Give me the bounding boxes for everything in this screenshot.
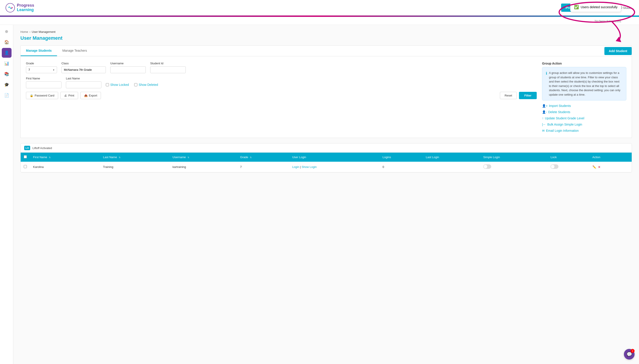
cell-simple-login	[480, 162, 547, 172]
chat-widget[interactable]: 💬 2	[624, 349, 634, 360]
breadcrumb-separator: ›	[30, 30, 30, 34]
sidebar-item-book[interactable]: 📚	[2, 69, 12, 79]
password-card-icon: 🔒	[30, 94, 33, 97]
last-name-filter-group: Last Name	[66, 77, 102, 88]
breadcrumb-current: User Management	[32, 30, 56, 34]
logo-progress-text: Progress	[17, 3, 34, 8]
class-label: Class	[62, 62, 106, 65]
password-card-button[interactable]: 🔒 Password Card	[26, 92, 58, 99]
sub-header: TX Demo School 2351	[0, 17, 639, 25]
cell-lock	[547, 162, 589, 172]
col-lock: Lock	[547, 152, 589, 162]
group-action-title: Group Action	[542, 62, 626, 65]
sidebar-item-plus[interactable]: ⊕	[2, 26, 12, 36]
group-action-box: ℹ A group action will allow you to custo…	[542, 67, 626, 100]
cell-last-login	[423, 162, 480, 172]
students-table: First Name ⇅ Last Name ⇅ Username ⇅ Grad…	[21, 152, 632, 172]
table-section: LO Liftoff Activated First Name ⇅ Last N…	[20, 143, 632, 172]
username-input[interactable]	[110, 66, 146, 73]
class-filter-group: Class	[62, 62, 106, 73]
sidebar-item-home[interactable]: 🏠	[2, 37, 12, 47]
col-last-login: Last Login	[423, 152, 480, 162]
logo[interactable]: Progress Learning	[5, 3, 34, 13]
login-link[interactable]: Login	[292, 165, 299, 168]
sidebar-item-document[interactable]: 📄	[2, 90, 12, 100]
show-deleted-label: Show Deleted	[139, 83, 158, 86]
username-filter-group: Username	[110, 62, 146, 73]
tab-manage-teachers[interactable]: Manage Teachers	[57, 46, 92, 56]
col-last-name[interactable]: Last Name ⇅	[100, 152, 169, 162]
sidebar-item-graduation[interactable]: 🎓	[2, 80, 12, 90]
show-locked-checkbox[interactable]	[106, 83, 109, 86]
add-student-button[interactable]: Add Student	[604, 47, 632, 55]
col-first-name[interactable]: First Name ⇅	[30, 152, 100, 162]
student-label: Stude...	[623, 6, 634, 10]
grade-filter-group: Grade 7 6 8	[26, 62, 57, 73]
notification-toast: ✅ Users deleted successfully	[570, 2, 621, 12]
show-deleted-checkbox-label[interactable]: Show Deleted	[134, 83, 158, 86]
student-id-label: Student Id	[150, 62, 186, 65]
logo-learning-text: Learning	[17, 8, 34, 12]
export-button[interactable]: 📤 Export	[80, 92, 101, 99]
simple-login-toggle[interactable]	[483, 164, 491, 169]
liftoff-badge: LO	[24, 146, 30, 150]
update-grade-level-link[interactable]: ↑ Update Student Grade Level	[542, 116, 626, 120]
show-login-link[interactable]: Show Login	[302, 165, 316, 168]
delete-students-link[interactable]: 👤- Delete Students	[542, 110, 626, 114]
page-title: User Management	[20, 35, 632, 41]
reset-button[interactable]: Reset	[500, 92, 517, 99]
update-grade-icon: ↑	[542, 116, 544, 120]
last-name-input[interactable]	[66, 82, 102, 88]
col-user-login: User Login	[289, 152, 380, 162]
tabs-container: Manage Students Manage Teachers Add Stud…	[20, 46, 632, 56]
select-all-checkbox[interactable]	[24, 155, 27, 158]
tab-manage-students[interactable]: Manage Students	[21, 46, 57, 56]
col-simple-login: Simple Login	[480, 152, 547, 162]
email-login-link[interactable]: ✉ Email Login Information	[542, 129, 626, 132]
edit-icon[interactable]: ✏️	[592, 165, 596, 169]
bulk-assign-icon: |←	[542, 123, 546, 126]
info-icon: ℹ	[546, 71, 547, 97]
first-name-input[interactable]	[26, 82, 62, 88]
import-students-link[interactable]: 👤+ Import Students	[542, 104, 626, 108]
cell-logins: 0	[380, 162, 423, 172]
last-name-label: Last Name	[66, 77, 102, 80]
liftoff-banner: LO Liftoff Activated	[21, 144, 632, 152]
student-id-input[interactable]	[150, 66, 186, 73]
print-icon: 🖨	[64, 94, 67, 97]
cell-username: kartraining	[170, 162, 237, 172]
sidebar-item-users[interactable]: 👤	[2, 48, 12, 58]
grade-select[interactable]: 7 6 8	[26, 66, 57, 73]
liftoff-text: Liftoff Activated	[32, 146, 52, 150]
col-logins: Logins	[380, 152, 423, 162]
import-icon: 👤+	[542, 104, 548, 108]
tabs: Manage Students Manage Teachers	[21, 46, 92, 56]
col-grade[interactable]: Grade ⇅	[237, 152, 289, 162]
sidebar-item-chart[interactable]: 📊	[2, 58, 12, 68]
class-input[interactable]	[62, 66, 106, 73]
cell-user-login: Login | Show Login	[289, 162, 380, 172]
chat-badge: 2	[630, 349, 634, 353]
table-row: Karolina Training kartraining 7 Login | …	[21, 162, 632, 172]
print-button[interactable]: 🖨 Print	[60, 92, 78, 99]
bulk-assign-login-link[interactable]: |← Bulk Assign Simple Login	[542, 123, 626, 126]
filter-button[interactable]: Filter	[519, 92, 537, 99]
username-label: Username	[110, 62, 146, 65]
col-username[interactable]: Username ⇅	[170, 152, 237, 162]
lock-toggle[interactable]	[550, 164, 558, 169]
delete-icon[interactable]: ✕	[598, 165, 600, 169]
row-checkbox[interactable]	[24, 165, 27, 168]
show-deleted-checkbox[interactable]	[134, 83, 137, 86]
group-action-description: A group action will allow you to customi…	[549, 71, 622, 97]
export-icon: 📤	[84, 94, 88, 97]
show-locked-checkbox-label[interactable]: Show Locked	[106, 83, 129, 86]
filter-actions: 🔒 Password Card 🖨 Print 📤 Export	[26, 92, 537, 99]
grade-label: Grade	[26, 62, 57, 65]
group-action-links: 👤+ Import Students 👤- Delete Students ↑ …	[542, 104, 626, 132]
student-id-filter-group: Student Id	[150, 62, 186, 73]
main-content: Home › User Management User Management M…	[13, 25, 639, 364]
sidebar: ⊕ 🏠 👤 📊 📚 🎓 📄	[0, 25, 13, 364]
cell-last-name: Training	[100, 162, 169, 172]
breadcrumb-home[interactable]: Home	[20, 30, 28, 34]
first-name-label: First Name	[26, 77, 62, 80]
